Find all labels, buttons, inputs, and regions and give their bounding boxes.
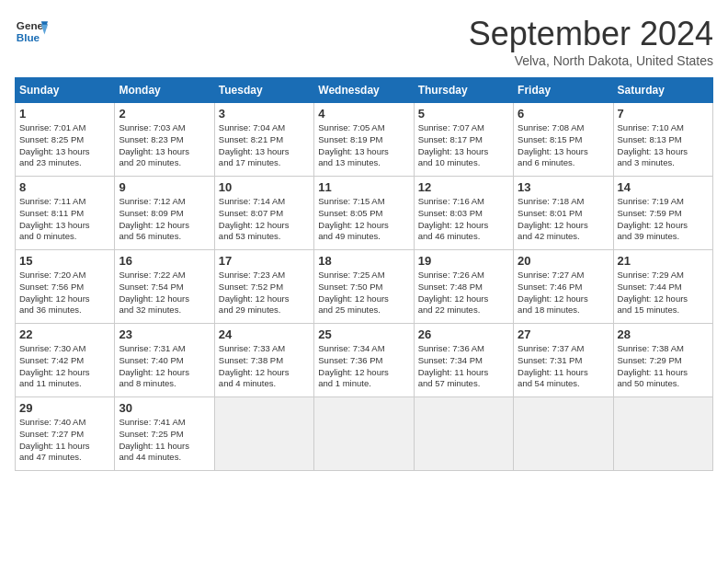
cell-content: Sunrise: 7:20 AM Sunset: 7:56 PM Dayligh…: [19, 270, 110, 316]
calendar-cell: [314, 397, 414, 471]
calendar-cell: 19Sunrise: 7:26 AM Sunset: 7:48 PM Dayli…: [414, 250, 513, 324]
calendar-week-row: 22Sunrise: 7:30 AM Sunset: 7:42 PM Dayli…: [16, 324, 713, 397]
cell-content: Sunrise: 7:41 AM Sunset: 7:25 PM Dayligh…: [119, 417, 210, 464]
calendar-cell: [514, 397, 613, 471]
day-number: 21: [618, 254, 709, 268]
day-number: 22: [19, 327, 110, 341]
day-number: 4: [318, 107, 409, 121]
calendar-cell: [214, 397, 313, 471]
cell-content: Sunrise: 7:25 AM Sunset: 7:50 PM Dayligh…: [318, 270, 409, 316]
cell-content: Sunrise: 7:18 AM Sunset: 8:01 PM Dayligh…: [518, 196, 609, 243]
calendar-cell: 3Sunrise: 7:04 AM Sunset: 8:21 PM Daylig…: [214, 103, 313, 177]
calendar-week-row: 1Sunrise: 7:01 AM Sunset: 8:25 PM Daylig…: [16, 103, 713, 177]
day-number: 11: [318, 180, 409, 194]
calendar-cell: 13Sunrise: 7:18 AM Sunset: 8:01 PM Dayli…: [514, 177, 613, 250]
cell-content: Sunrise: 7:26 AM Sunset: 7:48 PM Dayligh…: [418, 270, 509, 316]
cell-content: Sunrise: 7:33 AM Sunset: 7:38 PM Dayligh…: [219, 343, 310, 390]
day-number: 10: [219, 180, 310, 194]
day-number: 15: [19, 254, 110, 268]
cell-content: Sunrise: 7:12 AM Sunset: 8:09 PM Dayligh…: [119, 196, 210, 243]
cell-content: Sunrise: 7:31 AM Sunset: 7:40 PM Dayligh…: [119, 343, 210, 390]
cell-content: Sunrise: 7:15 AM Sunset: 8:05 PM Dayligh…: [318, 196, 409, 243]
day-number: 30: [119, 401, 210, 415]
header-saturday: Saturday: [613, 78, 712, 103]
header-friday: Friday: [514, 78, 613, 103]
calendar-cell: 17Sunrise: 7:23 AM Sunset: 7:52 PM Dayli…: [214, 250, 313, 324]
calendar-cell: [414, 397, 513, 471]
cell-content: Sunrise: 7:04 AM Sunset: 8:21 PM Dayligh…: [219, 122, 310, 169]
cell-content: Sunrise: 7:01 AM Sunset: 8:25 PM Dayligh…: [19, 122, 110, 169]
cell-content: Sunrise: 7:19 AM Sunset: 7:59 PM Dayligh…: [618, 196, 709, 243]
cell-content: Sunrise: 7:36 AM Sunset: 7:34 PM Dayligh…: [418, 343, 509, 390]
cell-content: Sunrise: 7:29 AM Sunset: 7:44 PM Dayligh…: [618, 270, 709, 316]
title-area: September 2024 Velva, North Dakota, Unit…: [469, 15, 713, 68]
header-tuesday: Tuesday: [214, 78, 313, 103]
cell-content: Sunrise: 7:03 AM Sunset: 8:23 PM Dayligh…: [119, 122, 210, 169]
calendar-cell: 16Sunrise: 7:22 AM Sunset: 7:54 PM Dayli…: [115, 250, 214, 324]
calendar-cell: 20Sunrise: 7:27 AM Sunset: 7:46 PM Dayli…: [514, 250, 613, 324]
calendar-cell: 26Sunrise: 7:36 AM Sunset: 7:34 PM Dayli…: [414, 324, 513, 397]
header-wednesday: Wednesday: [314, 78, 414, 103]
calendar-cell: 8Sunrise: 7:11 AM Sunset: 8:11 PM Daylig…: [16, 177, 115, 250]
day-number: 28: [618, 327, 709, 341]
calendar-cell: 2Sunrise: 7:03 AM Sunset: 8:23 PM Daylig…: [115, 103, 214, 177]
calendar-week-row: 15Sunrise: 7:20 AM Sunset: 7:56 PM Dayli…: [16, 250, 713, 324]
calendar-cell: 12Sunrise: 7:16 AM Sunset: 8:03 PM Dayli…: [414, 177, 513, 250]
day-number: 5: [418, 107, 509, 121]
calendar-cell: 1Sunrise: 7:01 AM Sunset: 8:25 PM Daylig…: [16, 103, 115, 177]
calendar-cell: 15Sunrise: 7:20 AM Sunset: 7:56 PM Dayli…: [16, 250, 115, 324]
cell-content: Sunrise: 7:11 AM Sunset: 8:11 PM Dayligh…: [19, 196, 110, 243]
calendar-cell: 28Sunrise: 7:38 AM Sunset: 7:29 PM Dayli…: [613, 324, 712, 397]
day-number: 9: [119, 180, 210, 194]
day-number: 24: [219, 327, 310, 341]
calendar-header-row: SundayMondayTuesdayWednesdayThursdayFrid…: [16, 78, 713, 103]
logo-icon: General Blue: [15, 15, 48, 48]
day-number: 23: [119, 327, 210, 341]
header-monday: Monday: [115, 78, 214, 103]
cell-content: Sunrise: 7:08 AM Sunset: 8:15 PM Dayligh…: [518, 122, 609, 169]
svg-text:Blue: Blue: [17, 31, 40, 43]
day-number: 27: [518, 327, 609, 341]
day-number: 6: [518, 107, 609, 121]
page-header: General Blue September 2024 Velva, North…: [15, 15, 713, 68]
calendar-week-row: 29Sunrise: 7:40 AM Sunset: 7:27 PM Dayli…: [16, 397, 713, 471]
cell-content: Sunrise: 7:05 AM Sunset: 8:19 PM Dayligh…: [318, 122, 409, 169]
cell-content: Sunrise: 7:23 AM Sunset: 7:52 PM Dayligh…: [219, 270, 310, 316]
day-number: 25: [318, 327, 409, 341]
day-number: 2: [119, 107, 210, 121]
day-number: 7: [618, 107, 709, 121]
header-thursday: Thursday: [414, 78, 513, 103]
cell-content: Sunrise: 7:14 AM Sunset: 8:07 PM Dayligh…: [219, 196, 310, 243]
calendar-table: SundayMondayTuesdayWednesdayThursdayFrid…: [15, 77, 713, 471]
calendar-cell: [613, 397, 712, 471]
calendar-cell: 10Sunrise: 7:14 AM Sunset: 8:07 PM Dayli…: [214, 177, 313, 250]
calendar-cell: 14Sunrise: 7:19 AM Sunset: 7:59 PM Dayli…: [613, 177, 712, 250]
calendar-cell: 22Sunrise: 7:30 AM Sunset: 7:42 PM Dayli…: [16, 324, 115, 397]
calendar-cell: 21Sunrise: 7:29 AM Sunset: 7:44 PM Dayli…: [613, 250, 712, 324]
calendar-cell: 6Sunrise: 7:08 AM Sunset: 8:15 PM Daylig…: [514, 103, 613, 177]
calendar-cell: 25Sunrise: 7:34 AM Sunset: 7:36 PM Dayli…: [314, 324, 414, 397]
calendar-cell: 29Sunrise: 7:40 AM Sunset: 7:27 PM Dayli…: [16, 397, 115, 471]
cell-content: Sunrise: 7:27 AM Sunset: 7:46 PM Dayligh…: [518, 270, 609, 316]
day-number: 26: [418, 327, 509, 341]
day-number: 29: [19, 401, 110, 415]
cell-content: Sunrise: 7:22 AM Sunset: 7:54 PM Dayligh…: [119, 270, 210, 316]
calendar-cell: 11Sunrise: 7:15 AM Sunset: 8:05 PM Dayli…: [314, 177, 414, 250]
cell-content: Sunrise: 7:34 AM Sunset: 7:36 PM Dayligh…: [318, 343, 409, 390]
calendar-cell: 7Sunrise: 7:10 AM Sunset: 8:13 PM Daylig…: [613, 103, 712, 177]
location: Velva, North Dakota, United States: [469, 53, 713, 68]
calendar-week-row: 8Sunrise: 7:11 AM Sunset: 8:11 PM Daylig…: [16, 177, 713, 250]
day-number: 18: [318, 254, 409, 268]
calendar-cell: 9Sunrise: 7:12 AM Sunset: 8:09 PM Daylig…: [115, 177, 214, 250]
day-number: 16: [119, 254, 210, 268]
cell-content: Sunrise: 7:07 AM Sunset: 8:17 PM Dayligh…: [418, 122, 509, 169]
calendar-cell: 27Sunrise: 7:37 AM Sunset: 7:31 PM Dayli…: [514, 324, 613, 397]
day-number: 12: [418, 180, 509, 194]
calendar-cell: 24Sunrise: 7:33 AM Sunset: 7:38 PM Dayli…: [214, 324, 313, 397]
cell-content: Sunrise: 7:16 AM Sunset: 8:03 PM Dayligh…: [418, 196, 509, 243]
calendar-cell: 18Sunrise: 7:25 AM Sunset: 7:50 PM Dayli…: [314, 250, 414, 324]
calendar-cell: 30Sunrise: 7:41 AM Sunset: 7:25 PM Dayli…: [115, 397, 214, 471]
cell-content: Sunrise: 7:37 AM Sunset: 7:31 PM Dayligh…: [518, 343, 609, 390]
calendar-cell: 23Sunrise: 7:31 AM Sunset: 7:40 PM Dayli…: [115, 324, 214, 397]
calendar-cell: 5Sunrise: 7:07 AM Sunset: 8:17 PM Daylig…: [414, 103, 513, 177]
